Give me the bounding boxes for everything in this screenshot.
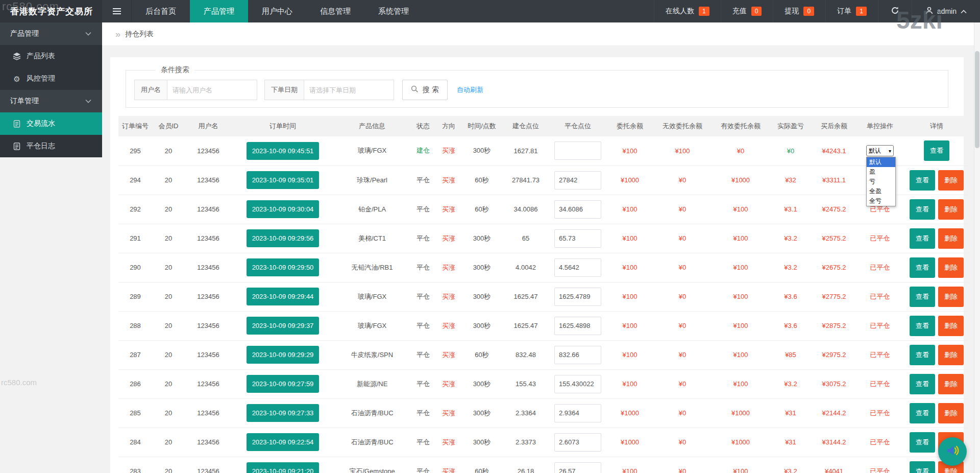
user-menu[interactable]: admin [912, 0, 980, 22]
entrust-balance: ¥1000 [621, 409, 639, 417]
delete-button[interactable]: 删除 [938, 228, 964, 249]
username-input[interactable] [167, 80, 257, 100]
status-label: 平仓 [416, 467, 430, 473]
entrust-cell: ¥100 [606, 195, 653, 224]
search-button[interactable]: 搜 索 [402, 80, 448, 100]
sidebar-group[interactable]: 订单管理 [0, 90, 102, 112]
status-cell: 平仓 [410, 224, 436, 253]
refresh-button[interactable] [878, 0, 912, 22]
nav-stat[interactable]: 充值0 [721, 0, 773, 22]
profit-value: ¥0 [787, 147, 794, 155]
control-select[interactable]: 默认▾默认盈亏全盈全亏 [866, 145, 894, 156]
auto-refresh-link[interactable]: 自动刷新 [457, 85, 483, 94]
close-point-input[interactable] [554, 141, 601, 160]
scrollbar-thumb[interactable] [975, 51, 979, 148]
nav-item[interactable]: 用户中心 [248, 0, 306, 22]
valid-entrust-cell: ¥100 [712, 253, 770, 282]
hamburger-menu-icon[interactable] [102, 0, 132, 22]
sidebar-item-label: 平仓日志 [27, 141, 55, 151]
nav-item[interactable]: 系统管理 [364, 0, 423, 22]
view-button[interactable]: 查看 [910, 345, 935, 365]
nav-stat[interactable]: 提现0 [773, 0, 825, 22]
view-button[interactable]: 查看 [910, 374, 935, 394]
close-point-input[interactable] [554, 200, 601, 219]
sidebar-item-label: 交易流水 [27, 119, 55, 128]
close-point-input[interactable] [554, 258, 601, 277]
sidebar-item[interactable]: 平仓日志 [0, 135, 102, 157]
search-form: 用户名 下单日期 搜 索 自动刷新 [134, 80, 948, 100]
delete-button[interactable]: 删除 [938, 170, 964, 191]
invalid-entrust-cell: ¥0 [653, 398, 712, 428]
delete-button[interactable]: 删除 [938, 316, 964, 336]
sound-notification-button[interactable] [938, 437, 967, 466]
nav-stat[interactable]: 订单1 [825, 0, 878, 22]
select-option[interactable]: 全亏 [867, 196, 895, 206]
profit-value: ¥3.1 [784, 205, 797, 213]
valid-entrust-balance: ¥0 [737, 147, 744, 155]
profit-value: ¥3.6 [784, 322, 797, 329]
profit-cell: ¥31 [770, 428, 812, 457]
sidebar-group[interactable]: 产品管理 [0, 22, 102, 45]
sidebar-item[interactable]: 产品列表 [0, 45, 102, 67]
select-option[interactable]: 默认 [867, 157, 895, 167]
direction-cell: 买涨 [436, 311, 461, 340]
select-option[interactable]: 盈 [867, 167, 895, 177]
view-button[interactable]: 查看 [910, 228, 935, 249]
view-button[interactable]: 查看 [924, 140, 949, 161]
after-balance-cell: ¥4243.1 [812, 136, 856, 165]
view-button[interactable]: 查看 [910, 170, 935, 191]
sidebar-item[interactable]: ⚙风控管理 [0, 67, 102, 90]
search-fieldset: 条件搜索 用户名 下单日期 搜 索 自动刷新 [126, 65, 948, 108]
close-point-input[interactable] [554, 433, 601, 452]
order-time-badge: 2023-10-09 09:22:54 [247, 433, 320, 451]
view-button[interactable]: 查看 [910, 403, 935, 423]
valid-entrust-balance: ¥100 [733, 234, 748, 242]
close-point-input[interactable] [554, 404, 601, 422]
close-point-input[interactable] [554, 317, 601, 335]
page-scrollbar[interactable] [974, 22, 980, 473]
sidebar-item-label: 风控管理 [27, 74, 55, 83]
view-button[interactable]: 查看 [910, 432, 935, 453]
close-point-input[interactable] [554, 229, 601, 248]
delete-button[interactable]: 删除 [938, 374, 964, 394]
username-cell: 123456 [185, 165, 232, 195]
close-point-input[interactable] [554, 346, 601, 364]
status-cell: 平仓 [410, 282, 436, 311]
nav-item[interactable]: 信息管理 [306, 0, 364, 22]
direction-label: 买涨 [442, 322, 455, 329]
status-cell: 平仓 [410, 165, 436, 195]
close-point-input[interactable] [554, 462, 601, 473]
view-button[interactable]: 查看 [910, 316, 935, 336]
control-select-box[interactable]: 默认▾ [866, 145, 894, 156]
invalid-entrust-cell: ¥0 [653, 340, 712, 369]
delete-button[interactable]: 删除 [938, 403, 964, 423]
close-point-input[interactable] [554, 375, 601, 393]
close-point-input[interactable] [554, 171, 601, 190]
invalid-entrust-cell: ¥0 [653, 165, 712, 195]
close-point-input[interactable] [554, 288, 601, 306]
select-option[interactable]: 全盈 [867, 186, 895, 196]
member-id-cell: 20 [152, 195, 185, 224]
entrust-balance: ¥100 [623, 205, 638, 213]
view-button[interactable]: 查看 [910, 257, 935, 278]
order-date-input[interactable] [304, 80, 394, 100]
delete-button[interactable]: 删除 [938, 199, 964, 220]
view-button[interactable]: 查看 [910, 287, 935, 307]
nav-item[interactable]: 后台首页 [132, 0, 190, 22]
open-point-cell: 34.0086 [502, 195, 549, 224]
select-option[interactable]: 亏 [867, 177, 895, 186]
duration-cell: 300秒 [461, 253, 502, 282]
view-button[interactable]: 查看 [910, 461, 935, 473]
nav-item[interactable]: 产品管理 [190, 0, 248, 22]
sidebar-item[interactable]: 交易流水 [0, 112, 102, 135]
nav-stat[interactable]: 在线人数1 [654, 0, 721, 22]
view-button[interactable]: 查看 [910, 199, 935, 220]
delete-button[interactable]: 删除 [938, 287, 964, 307]
direction-label: 买涨 [442, 205, 455, 213]
after-balance-value: ¥3311.1 [822, 176, 846, 184]
delete-button[interactable]: 删除 [938, 345, 964, 365]
order-id-cell: 294 [118, 165, 152, 195]
after-balance-cell: ¥2675.2 [812, 253, 856, 282]
delete-button[interactable]: 删除 [938, 257, 964, 278]
invalid-entrust-cell: ¥0 [653, 428, 712, 457]
